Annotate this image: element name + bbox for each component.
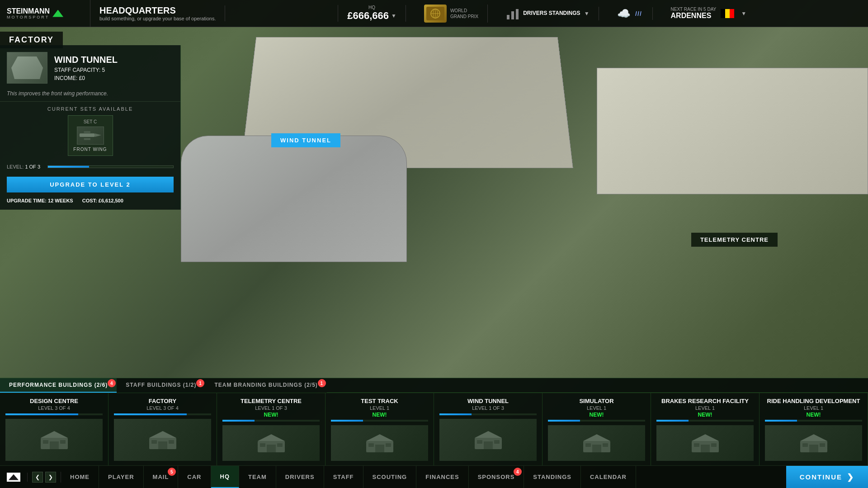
nav-item-finances[interactable]: Finances	[416, 466, 468, 488]
bc-new-3: NEW!	[373, 412, 387, 418]
staff-badge: 1	[196, 379, 204, 387]
set-card-c[interactable]: SET C FRONT WING	[68, 115, 113, 156]
nav-back-arrow[interactable]: ❮	[32, 472, 43, 483]
bc-level-6: LEVEL 1	[695, 405, 715, 411]
telemetry-map-label[interactable]: TELEMETRY CENTRE	[691, 233, 778, 247]
thumb-shape	[11, 56, 43, 79]
nav-item-car[interactable]: Car	[178, 466, 211, 488]
upgrade-button[interactable]: UPGRADE TO LEVEL 2	[7, 177, 174, 192]
nav-label-9: Finances	[425, 474, 459, 480]
level-value: 1 OF 3	[25, 164, 40, 169]
bc-bar-fill-2	[222, 420, 255, 422]
building-card-6[interactable]: Brakes Research Facility LEVEL 1 NEW!	[651, 393, 760, 465]
next-race-label: NEXT RACE IN 5 DAY	[671, 7, 717, 12]
bc-bar-2	[222, 420, 320, 422]
nav-logo	[0, 473, 28, 482]
bc-name-7: Ride Handling Development	[767, 398, 860, 404]
svg-rect-13	[84, 131, 90, 133]
nav-item-scouting[interactable]: Scouting	[363, 466, 417, 488]
upgrade-details: UPGRADE TIME: 12 WEEKS COST: £6,612,500	[0, 196, 180, 205]
drivers-standings-button[interactable]: DRIVERS STANDINGS ▼	[497, 7, 599, 20]
svg-rect-37	[484, 441, 493, 449]
nav-item-standings[interactable]: Standings	[524, 466, 581, 488]
bc-level-7: LEVEL 1	[804, 405, 823, 411]
building-card-3[interactable]: Test Track LEVEL 1 NEW!	[326, 393, 434, 465]
bc-name-2: Telemetry Centre	[241, 398, 302, 404]
bottom-bar: PERFORMANCE BUILDINGS (2/6) 4 STAFF BUIL…	[0, 378, 868, 465]
bc-bar-fill-6	[656, 420, 689, 422]
set-c-label: SET C	[72, 119, 109, 124]
nav-item-sponsors[interactable]: Sponsors4	[469, 466, 524, 488]
nav-label-0: Home	[70, 474, 90, 480]
building-card-2[interactable]: Telemetry Centre LEVEL 1 OF 3 NEW!	[217, 393, 326, 465]
nav-item-drivers[interactable]: Drivers	[276, 466, 324, 488]
income-value: £0	[79, 75, 85, 81]
header-hq-section: HEADQUARTERS build something, or upgrade…	[90, 5, 225, 21]
svg-rect-33	[368, 443, 374, 447]
building-card-7[interactable]: Ride Handling Development LEVEL 1 NEW!	[760, 393, 868, 465]
tab-branding[interactable]: TEAM BRANDING BUILDINGS (2/5) 1	[205, 378, 326, 393]
bc-thumb-0	[5, 419, 103, 461]
flag-belgium	[721, 9, 734, 18]
bc-level-2: LEVEL 1 OF 3	[255, 405, 287, 411]
nav-label-8: Scouting	[373, 474, 407, 480]
nav-item-player[interactable]: Player	[99, 466, 144, 488]
svg-rect-47	[701, 445, 710, 452]
tab-performance[interactable]: PERFORMANCE BUILDINGS (2/6) 4	[0, 378, 117, 393]
bc-new-5: NEW!	[590, 412, 604, 418]
hq-money-label: HQ	[368, 5, 375, 10]
tab-staff[interactable]: STAFF BUILDINGS (1/2) 1	[117, 378, 205, 393]
nav-badge-2: 5	[168, 468, 176, 476]
nav-item-calendar[interactable]: Calendar	[581, 466, 636, 488]
nav-forward-arrow[interactable]: ❯	[45, 472, 56, 483]
buildings-row: Design Centre LEVEL 3 OF 4 Factory LEVEL…	[0, 393, 868, 465]
nav-item-home[interactable]: Home	[61, 466, 99, 488]
bc-bar-fill-3	[331, 420, 363, 422]
nav-label-1: Player	[108, 474, 134, 480]
logo-icon	[52, 10, 63, 17]
nav-item-team[interactable]: Team	[239, 466, 276, 488]
drivers-chevron: ▼	[584, 10, 590, 17]
set-c-icon	[77, 127, 104, 145]
nav-label-7: Staff	[333, 474, 354, 480]
bc-bar-6	[656, 420, 754, 422]
income-label: INCOME:	[54, 75, 77, 81]
hq-subtitle: build something, or upgrade your base of…	[99, 16, 216, 21]
wind-tunnel-map-label[interactable]: WIND TUNNEL	[271, 133, 340, 147]
svg-line-10	[640, 11, 641, 16]
nav-item-mail[interactable]: Mail5	[144, 466, 179, 488]
svg-rect-43	[585, 443, 591, 447]
svg-rect-38	[477, 440, 482, 444]
bc-name-3: Test Track	[361, 398, 398, 404]
building-thumbnail	[7, 52, 47, 84]
building-card-5[interactable]: Simulator LEVEL 1 NEW!	[542, 393, 651, 465]
right-building	[597, 68, 868, 194]
building-card-0[interactable]: Design Centre LEVEL 3 OF 4	[0, 393, 108, 465]
svg-rect-27	[267, 445, 276, 452]
bc-new-7: NEW!	[807, 412, 821, 418]
svg-marker-26	[258, 434, 285, 441]
world-gp-button[interactable]: WORLDGRAND PRIX	[415, 5, 488, 23]
svg-marker-31	[366, 434, 393, 441]
svg-marker-21	[149, 431, 176, 438]
building-card-1[interactable]: Factory LEVEL 3 OF 4	[108, 393, 217, 465]
nav-label-10: Sponsors	[478, 474, 515, 480]
bc-bar-fill-5	[548, 420, 580, 422]
nav-label-2: Mail	[153, 474, 169, 480]
nav-item-staff[interactable]: Staff	[324, 466, 363, 488]
drivers-label: DRIVERS STANDINGS	[523, 10, 580, 17]
bc-new-2: NEW!	[264, 412, 278, 418]
svg-rect-22	[158, 441, 167, 449]
nav-label-5: Team	[248, 474, 267, 480]
bc-bar-fill-1	[114, 413, 187, 415]
svg-marker-51	[800, 434, 827, 441]
bc-thumb-7	[765, 425, 862, 461]
building-card-4[interactable]: Wind Tunnel LEVEL 1 OF 3	[434, 393, 542, 465]
money-display[interactable]: HQ £666,666 ▼	[338, 5, 406, 22]
svg-rect-34	[386, 443, 391, 447]
weather-icon: ☁️	[617, 7, 631, 20]
header-expand-chevron[interactable]: ▼	[741, 10, 746, 17]
nav-item-hq[interactable]: HQ	[211, 466, 240, 488]
nav-label-6: Drivers	[285, 474, 315, 480]
continue-button[interactable]: Continue ❯	[786, 466, 868, 488]
